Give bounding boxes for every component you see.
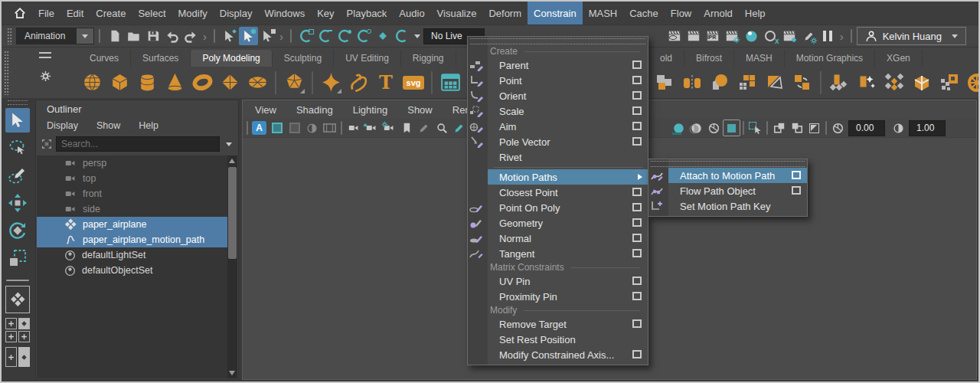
- collapse-chevron-icon[interactable]: ›: [838, 31, 846, 42]
- zoom-select-icon[interactable]: [433, 119, 450, 136]
- menu-cache[interactable]: Cache: [623, 2, 665, 25]
- menu-item-rivet[interactable]: Rivet: [488, 149, 648, 165]
- camera-lock-icon[interactable]: 🔒︎: [362, 119, 380, 136]
- scroll-down-icon[interactable]: [229, 371, 235, 375]
- snap-flyout-caret-icon[interactable]: [414, 34, 420, 38]
- menu-file[interactable]: File: [32, 2, 60, 25]
- menu-deform[interactable]: Deform: [482, 2, 528, 25]
- attribute-editor-icon[interactable]: A: [250, 119, 268, 136]
- collapse-chevron-icon[interactable]: ›: [277, 31, 286, 42]
- paint-selection-tool[interactable]: [5, 163, 30, 188]
- tab-uv-editing[interactable]: UV Editing: [334, 50, 401, 67]
- tab-curves[interactable]: Curves: [78, 50, 131, 67]
- hypershade-icon[interactable]: [742, 27, 761, 45]
- menu-item-parent[interactable]: Parent: [488, 57, 648, 73]
- menu-create[interactable]: Create: [90, 2, 132, 25]
- account-menu[interactable]: Kelvin Huang: [857, 27, 966, 45]
- menu-arnold[interactable]: Arnold: [697, 2, 739, 25]
- menu-select[interactable]: Select: [132, 2, 172, 25]
- render-view-icon[interactable]: [665, 27, 684, 45]
- pause-icon[interactable]: [818, 27, 838, 45]
- menuset-caret-icon[interactable]: [77, 28, 93, 44]
- render-current-frame-icon[interactable]: [684, 27, 704, 45]
- tab-surfaces[interactable]: Surfaces: [131, 50, 191, 67]
- menu-item-uv-pin[interactable]: UV Pin: [488, 273, 648, 289]
- frame-all-icon[interactable]: [286, 119, 303, 136]
- poly-cylinder-icon[interactable]: [133, 70, 161, 96]
- select-tool[interactable]: [5, 108, 30, 133]
- modeling-toolkit-icon[interactable]: [436, 70, 464, 96]
- ipr-render-icon[interactable]: IPR: [704, 27, 723, 45]
- menu-item-orient[interactable]: Orient: [488, 88, 648, 103]
- menu-item-set-rest-position[interactable]: Set Rest Position: [488, 332, 648, 347]
- menu-visualize[interactable]: Visualize: [431, 2, 483, 25]
- camera-icon[interactable]: [345, 119, 362, 136]
- move-tool[interactable]: [5, 191, 30, 215]
- proximity-pin-option-box[interactable]: [632, 292, 642, 300]
- menu-item-normal[interactable]: Normal: [488, 231, 648, 246]
- poly-disc-icon[interactable]: [243, 70, 271, 96]
- submenu-item-set-motion-path-key[interactable]: Set Motion Path Key: [668, 198, 807, 214]
- bevel-icon[interactable]: [853, 70, 880, 96]
- menu-display[interactable]: Display: [214, 2, 259, 25]
- lighting-toggle-icon[interactable]: [670, 119, 688, 136]
- flow-path-object-option-box[interactable]: [792, 186, 801, 195]
- viewport-menu-lighting[interactable]: Lighting: [353, 104, 388, 116]
- menu-item-point-on-poly[interactable]: Point On Poly: [488, 200, 648, 215]
- scale-tool[interactable]: [5, 246, 30, 270]
- tab-arnold-partial[interactable]: old: [648, 50, 684, 67]
- menu-playback[interactable]: Playback: [341, 2, 394, 25]
- menuset-dropdown[interactable]: Animation: [16, 28, 94, 44]
- snap-to-grid-icon[interactable]: [296, 27, 315, 45]
- wheel-icon[interactable]: [963, 70, 978, 96]
- filter-icon[interactable]: [41, 138, 53, 150]
- menu-constrain[interactable]: Constrain: [528, 2, 583, 25]
- scroll-up-icon[interactable]: [229, 159, 235, 163]
- select-object-icon[interactable]: [239, 27, 258, 45]
- poly-cube-icon[interactable]: [106, 70, 133, 96]
- quadrangulate-icon[interactable]: [789, 70, 816, 96]
- modify-constrained-axis-option-box[interactable]: [632, 350, 642, 358]
- remove-target-option-box[interactable]: [632, 319, 642, 328]
- multi-cut-icon[interactable]: [880, 70, 908, 96]
- tab-mash[interactable]: MASH: [734, 50, 785, 67]
- isolate-select-icon[interactable]: [770, 119, 788, 136]
- extrude-icon[interactable]: [825, 70, 853, 96]
- menu-windows[interactable]: Windows: [258, 2, 311, 25]
- xray-icon[interactable]: [805, 119, 823, 136]
- frame-selected-icon[interactable]: [268, 119, 286, 136]
- menu-item-closest-point[interactable]: Closest Point: [488, 185, 648, 200]
- open-scene-icon[interactable]: [124, 27, 143, 45]
- boolean-icon[interactable]: [706, 70, 733, 96]
- aim-option-box[interactable]: [632, 122, 642, 130]
- exposure-icon[interactable]: [829, 119, 847, 136]
- select-component-icon[interactable]: [258, 27, 277, 45]
- reduce-icon[interactable]: [936, 70, 963, 96]
- isolate-view-icon[interactable]: [788, 119, 805, 136]
- closest-point-option-box[interactable]: [632, 188, 642, 196]
- snap-to-points-icon[interactable]: [335, 27, 354, 45]
- triangulate-icon[interactable]: [761, 70, 789, 96]
- pole-vector-option-box[interactable]: [632, 137, 642, 146]
- menu-item-pole-vector[interactable]: Pole Vector: [488, 134, 648, 149]
- undo-icon[interactable]: [162, 27, 181, 45]
- layout-two-pane-button[interactable]: [5, 347, 30, 367]
- snap-to-view-planes-icon[interactable]: [373, 27, 392, 45]
- platonic-solid-icon[interactable]: [280, 70, 308, 96]
- snap-to-curves-icon[interactable]: [315, 27, 335, 45]
- outliner-item-front[interactable]: front: [37, 186, 237, 201]
- paint-effects-icon[interactable]: [799, 27, 818, 45]
- menu-item-proximity-pin[interactable]: Proximity Pin: [488, 289, 648, 304]
- mirror-icon[interactable]: [678, 70, 706, 96]
- layout-pane-button[interactable]: [5, 331, 17, 342]
- curl-curve-icon[interactable]: [345, 70, 372, 96]
- outliner-item-paper-airplane[interactable]: paper_airplane: [37, 217, 237, 232]
- new-scene-icon[interactable]: [105, 27, 124, 45]
- outliner-menu-help[interactable]: Help: [139, 120, 158, 131]
- collapse-chevron-icon[interactable]: ›: [201, 31, 209, 42]
- search-filter-caret-icon[interactable]: [226, 142, 232, 146]
- layout-single-pane-button[interactable]: [5, 286, 30, 313]
- pie-view-icon[interactable]: [303, 119, 321, 136]
- tab-motion-graphics[interactable]: Motion Graphics: [785, 50, 875, 67]
- rotate-tool[interactable]: [5, 218, 30, 243]
